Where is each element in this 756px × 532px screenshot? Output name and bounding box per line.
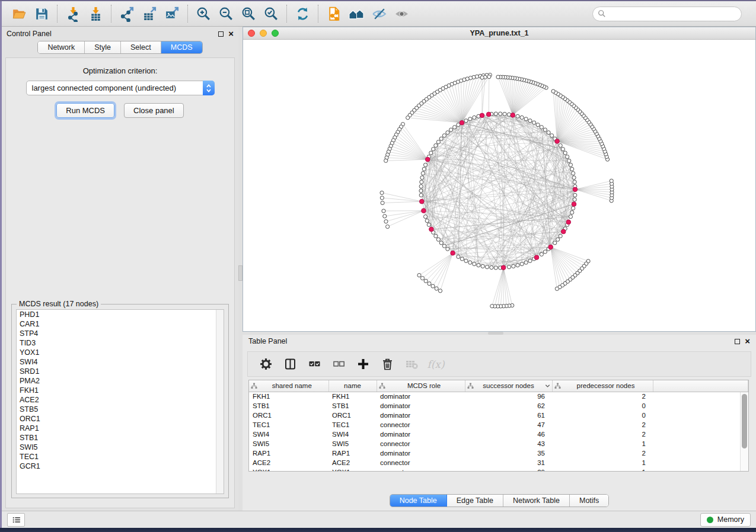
close-panel-icon[interactable]: × — [228, 31, 234, 37]
mcds-result-item[interactable]: PHD1 — [17, 310, 224, 319]
table-panel-title: Table Panel — [248, 337, 287, 345]
mcds-result-item[interactable]: STP4 — [17, 329, 224, 338]
mcds-result-item[interactable]: STB1 — [17, 433, 224, 443]
tab-select[interactable]: Select — [121, 41, 161, 53]
column-header-predecessor-nodes[interactable]: predecessor nodes — [552, 380, 653, 392]
column-header-shared-name[interactable]: shared name — [249, 380, 328, 392]
show-all-icon[interactable] — [390, 3, 413, 24]
network-file-icon[interactable] — [323, 3, 345, 24]
column-type-icon — [379, 383, 385, 389]
mcds-result-item[interactable]: FKH1 — [17, 386, 224, 395]
table-row[interactable]: RAP1RAP1dominator352 — [249, 448, 748, 458]
table-row[interactable]: SWI4SWI4dominator462 — [249, 430, 748, 439]
table-row[interactable]: TEC1TEC1connector472 — [249, 420, 748, 430]
mcds-result-item[interactable]: YOX1 — [17, 348, 224, 357]
import-network-icon[interactable] — [62, 3, 84, 24]
table-cell: TEC1 — [249, 420, 328, 430]
zoom-fit-icon[interactable] — [237, 3, 260, 24]
mcds-result-item[interactable]: SRD1 — [17, 367, 224, 376]
tab-motifs[interactable]: Motifs — [570, 495, 608, 507]
delete-row-icon[interactable] — [378, 355, 397, 374]
zoom-out-icon[interactable] — [215, 3, 237, 24]
hide-selected-icon[interactable] — [368, 3, 390, 24]
node-table[interactable]: shared namenameMCDS rolesuccessor nodesp… — [249, 380, 748, 472]
export-table-icon[interactable] — [138, 3, 161, 24]
tab-mcds[interactable]: MCDS — [161, 41, 202, 53]
tab-network-table[interactable]: Network Table — [503, 495, 570, 507]
table-toolbar: f(x) — [247, 351, 751, 377]
export-network-icon[interactable] — [116, 3, 138, 24]
column-type-icon — [554, 383, 561, 389]
table-scrollbar[interactable] — [740, 392, 748, 471]
mcds-result-item[interactable]: PMA2 — [17, 376, 224, 386]
mcds-result-list[interactable]: PHD1CAR1STP4TID3YOX1SWI4SRD1PMA2FKH1ACE2… — [16, 309, 224, 494]
column-type-icon — [251, 383, 257, 389]
close-table-panel-icon[interactable]: × — [745, 338, 750, 344]
open-folder-icon[interactable] — [8, 3, 30, 24]
table-cell: 2 — [552, 430, 653, 439]
search-box[interactable] — [592, 7, 742, 21]
mcds-result-item[interactable]: TID3 — [17, 338, 224, 348]
toolbar-separator — [111, 5, 111, 23]
mcds-result-item[interactable]: RAP1 — [17, 424, 224, 433]
table-scrollbar-thumb[interactable] — [742, 394, 747, 448]
table-cell: connector — [377, 467, 465, 472]
import-table-icon[interactable] — [84, 3, 107, 24]
tab-style[interactable]: Style — [85, 41, 121, 53]
table-row[interactable]: ORC1ORC1dominator610 — [249, 411, 748, 420]
float-table-panel-icon[interactable] — [735, 339, 740, 344]
memory-status-icon — [707, 517, 713, 523]
tab-edge-table[interactable]: Edge Table — [447, 495, 503, 507]
chevron-down-icon[interactable] — [544, 384, 550, 388]
column-header-successor-nodes[interactable]: successor nodes — [465, 380, 552, 392]
tab-node-table[interactable]: Node Table — [390, 495, 447, 507]
vertical-splitter[interactable] — [238, 27, 243, 511]
table-cell: 47 — [465, 420, 552, 430]
unselect-all-icon[interactable] — [329, 355, 348, 374]
mcds-list-scrollbar[interactable] — [216, 310, 224, 493]
table-row[interactable]: ACE2ACE2connector311 — [249, 458, 748, 467]
zoom-in-icon[interactable] — [192, 3, 215, 24]
first-neighbors-icon[interactable] — [345, 3, 368, 24]
desktop-edge-left — [0, 0, 2, 528]
table-row[interactable]: STB1STB1dominator620 — [249, 401, 748, 411]
zoom-selected-icon[interactable] — [260, 3, 282, 24]
vertical-splitter-handle[interactable] — [238, 265, 243, 281]
save-icon[interactable] — [30, 3, 53, 24]
control-panel-title: Control Panel — [7, 30, 52, 38]
refresh-icon[interactable] — [291, 3, 314, 24]
column-header-MCDS-role[interactable]: MCDS role — [377, 380, 465, 392]
mcds-result-item[interactable]: ORC1 — [17, 414, 224, 424]
table-row[interactable]: SWI5SWI5connector431 — [249, 439, 748, 448]
select-all-icon[interactable] — [305, 355, 324, 374]
mcds-result-item[interactable]: TEC1 — [17, 452, 224, 462]
network-frame-titlebar[interactable]: YPA_prune.txt_1 — [243, 27, 755, 40]
memory-button[interactable]: Memory — [700, 513, 751, 527]
tab-network[interactable]: Network — [38, 41, 85, 53]
mcds-result-item[interactable]: SWI4 — [17, 357, 224, 367]
search-input[interactable] — [606, 8, 741, 20]
mcds-result-item[interactable]: CAR1 — [17, 319, 224, 329]
mcds-result-item[interactable]: SWI5 — [17, 443, 224, 452]
table-cell: 35 — [465, 448, 552, 458]
network-canvas[interactable] — [243, 40, 755, 331]
network-graph[interactable] — [243, 40, 755, 332]
mcds-result-item[interactable]: STB5 — [17, 405, 224, 414]
table-row[interactable]: FKH1FKH1dominator962 — [249, 392, 748, 401]
show-column-icon[interactable] — [280, 355, 299, 374]
close-panel-button[interactable]: Close panel — [124, 103, 184, 118]
table-row[interactable]: YOX1YOX1connector291 — [249, 467, 748, 472]
mcds-result-item[interactable]: GCR1 — [17, 462, 224, 471]
add-row-icon[interactable] — [353, 355, 372, 374]
table-cell: SWI5 — [328, 439, 377, 448]
mcds-result-item[interactable]: ACE2 — [17, 395, 224, 405]
export-image-icon[interactable] — [161, 3, 183, 24]
table-cell: dominator — [377, 430, 465, 439]
criterion-dropdown[interactable]: largest connected component (undirected) — [26, 81, 215, 95]
column-header-name[interactable]: name — [328, 380, 377, 392]
table-cell: 0 — [552, 411, 653, 420]
task-history-button[interactable] — [7, 513, 25, 527]
float-panel-icon[interactable] — [218, 31, 224, 37]
settings-gear-icon[interactable] — [256, 355, 275, 374]
run-mcds-button[interactable]: Run MCDS — [56, 103, 114, 118]
